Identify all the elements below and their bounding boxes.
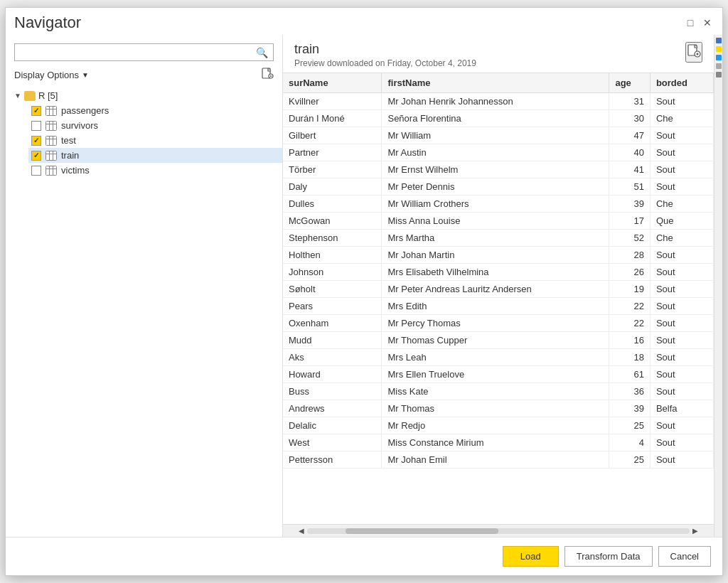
checkbox-test[interactable] bbox=[31, 136, 41, 146]
table-cell: Che bbox=[650, 110, 713, 127]
display-options-row: Display Options ▼ bbox=[6, 67, 282, 88]
table-cell: 22 bbox=[609, 315, 650, 332]
tree-item-survivors[interactable]: survivors bbox=[28, 118, 282, 133]
table-cell: Holthen bbox=[283, 247, 382, 264]
table-cell: 41 bbox=[609, 161, 650, 178]
checkbox-train[interactable] bbox=[31, 151, 41, 161]
table-cell: 18 bbox=[609, 349, 650, 366]
table-cell: Mr Percy Thomas bbox=[382, 315, 609, 332]
chevron-down-icon: ▼ bbox=[82, 71, 89, 79]
table-row: DullesMr William Crothers39Che bbox=[283, 196, 714, 213]
table-cell: Aks bbox=[283, 349, 382, 366]
table-row: JohnsonMrs Elisabeth Vilhelmina26Sout bbox=[283, 264, 714, 281]
preview-file-icon-button[interactable] bbox=[685, 42, 702, 63]
main-content: 🔍 Display Options ▼ bbox=[6, 35, 722, 537]
collapse-arrow-icon: ▼ bbox=[14, 92, 21, 100]
tree-root-item[interactable]: ▼ R [5] bbox=[14, 88, 282, 103]
table-cell: 22 bbox=[609, 298, 650, 315]
table-row: SøholtMr Peter Andreas Lauritz Andersen1… bbox=[283, 281, 714, 298]
checkbox-passengers[interactable] bbox=[31, 106, 41, 116]
table-cell: 4 bbox=[609, 434, 650, 451]
table-cell: Mr Thomas bbox=[382, 400, 609, 417]
cancel-button[interactable]: Cancel bbox=[658, 546, 711, 567]
table-cell: 36 bbox=[609, 383, 650, 400]
search-input[interactable] bbox=[14, 43, 274, 61]
table-cell: Sout bbox=[650, 349, 713, 366]
tree-children: passengers bbox=[14, 103, 282, 178]
scroll-right-arrow[interactable]: ▶ bbox=[690, 527, 701, 535]
tree-item-label-survivors: survivors bbox=[61, 120, 98, 131]
table-cell: Mr Johan Emil bbox=[382, 451, 609, 469]
tree-item-label-passengers: passengers bbox=[61, 105, 109, 116]
table-cell: Dulles bbox=[283, 196, 382, 213]
display-options-button[interactable]: Display Options ▼ bbox=[14, 70, 89, 80]
table-cell: 39 bbox=[609, 400, 650, 417]
horizontal-scrollbar[interactable]: ◀ ▶ bbox=[283, 524, 714, 537]
close-button[interactable]: ✕ bbox=[701, 16, 714, 29]
table-cell: Miss Kate bbox=[382, 383, 609, 400]
table-cell: Mrs Ellen Truelove bbox=[382, 366, 609, 383]
col-age: age bbox=[609, 73, 650, 93]
accent-strip-2 bbox=[716, 46, 722, 52]
svg-rect-6 bbox=[46, 121, 57, 130]
table-cell: Sout bbox=[650, 247, 713, 264]
table-cell: Kvillner bbox=[283, 93, 382, 110]
tree-item-label-test: test bbox=[61, 135, 76, 146]
table-cell: Miss Anna Louise bbox=[382, 213, 609, 230]
footer: Load Transform Data Cancel bbox=[6, 537, 722, 575]
minimize-button[interactable]: □ bbox=[684, 16, 697, 29]
table-cell: Belfa bbox=[650, 400, 713, 417]
checkbox-victims[interactable] bbox=[31, 166, 41, 176]
table-row: BussMiss Kate36Sout bbox=[283, 383, 714, 400]
checkbox-survivors[interactable] bbox=[31, 121, 41, 131]
table-icon-survivors bbox=[46, 121, 57, 131]
table-cell: Gilbert bbox=[283, 127, 382, 144]
data-table: surName firstName age borded KvillnerMr … bbox=[283, 73, 714, 469]
display-options-label: Display Options bbox=[14, 70, 79, 80]
load-button[interactable]: Load bbox=[503, 546, 559, 567]
tree: ▼ R [5] bbox=[6, 88, 282, 531]
left-panel: 🔍 Display Options ▼ bbox=[6, 35, 283, 537]
table-cell: 51 bbox=[609, 178, 650, 196]
table-cell: Sout bbox=[650, 417, 713, 434]
table-icon-victims bbox=[46, 166, 57, 176]
table-cell: Stephenson bbox=[283, 230, 382, 247]
table-cell: 39 bbox=[609, 196, 650, 213]
tree-item-victims[interactable]: victims bbox=[28, 163, 282, 178]
scroll-thumb[interactable] bbox=[346, 528, 498, 534]
tree-item-train[interactable]: train bbox=[28, 148, 282, 163]
table-cell: Mudd bbox=[283, 332, 382, 349]
table-cell: 17 bbox=[609, 213, 650, 230]
transform-data-button[interactable]: Transform Data bbox=[564, 546, 653, 567]
table-cell: Partner bbox=[283, 144, 382, 161]
svg-rect-10 bbox=[46, 136, 57, 145]
table-cell: Miss Constance Mirium bbox=[382, 434, 609, 451]
col-surname: surName bbox=[283, 73, 382, 93]
table-cell: Mr Peter Dennis bbox=[382, 178, 609, 196]
preview-info: train Preview downloaded on Friday, Octo… bbox=[294, 42, 476, 68]
table-cell: Señora Florentina bbox=[382, 110, 609, 127]
table-row: TörberMr Ernst Wilhelm41Sout bbox=[283, 161, 714, 178]
table-cell: Mr Austin bbox=[382, 144, 609, 161]
table-cell: 16 bbox=[609, 332, 650, 349]
table-cell: Sout bbox=[650, 298, 713, 315]
preview-subtitle: Preview downloaded on Friday, October 4,… bbox=[294, 58, 476, 68]
table-wrap[interactable]: surName firstName age borded KvillnerMr … bbox=[283, 73, 714, 524]
table-cell: Andrews bbox=[283, 400, 382, 417]
scroll-track[interactable] bbox=[307, 528, 690, 534]
table-row: AndrewsMr Thomas39Belfa bbox=[283, 400, 714, 417]
file-icon-button[interactable] bbox=[261, 67, 274, 82]
scroll-left-arrow[interactable]: ◀ bbox=[296, 527, 307, 535]
right-accent-panel bbox=[714, 35, 722, 537]
table-row: Durán I MonéSeñora Florentina30Che bbox=[283, 110, 714, 127]
col-borded: borded bbox=[650, 73, 713, 93]
table-row: GilbertMr William47Sout bbox=[283, 127, 714, 144]
table-cell: Durán I Moné bbox=[283, 110, 382, 127]
table-cell: Mr William Crothers bbox=[382, 196, 609, 213]
table-icon-train bbox=[46, 151, 57, 161]
preview-header: train Preview downloaded on Friday, Octo… bbox=[283, 35, 714, 73]
table-row: WestMiss Constance Mirium4Sout bbox=[283, 434, 714, 451]
table-cell: Mr Peter Andreas Lauritz Andersen bbox=[382, 281, 609, 298]
tree-item-test[interactable]: test bbox=[28, 133, 282, 148]
tree-item-passengers[interactable]: passengers bbox=[28, 103, 282, 118]
